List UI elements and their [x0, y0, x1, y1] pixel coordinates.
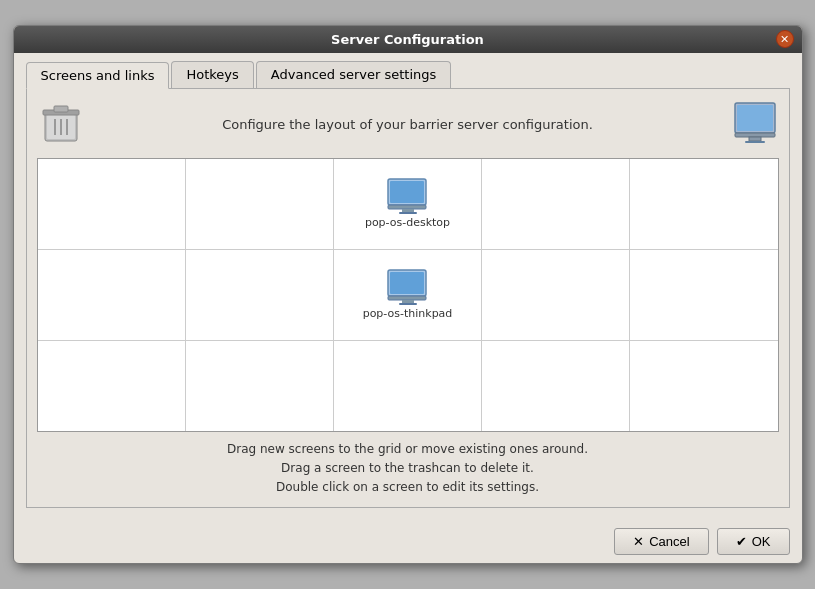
footer-line2: Drag a screen to the trashcan to delete …: [37, 459, 779, 478]
svg-rect-11: [745, 141, 765, 143]
grid-cell-0-2[interactable]: pop-os-desktop: [334, 159, 482, 249]
grid-cell-0-1[interactable]: [186, 159, 334, 249]
title-bar: Server Configuration ✕: [14, 26, 802, 53]
grid-cell-2-3[interactable]: [482, 341, 630, 431]
cancel-icon: ✕: [633, 534, 644, 549]
buttons-row: ✕ Cancel ✔ OK: [14, 520, 802, 563]
footer-line3: Double click on a screen to edit its set…: [37, 478, 779, 497]
tab-advanced[interactable]: Advanced server settings: [256, 61, 451, 88]
svg-rect-10: [749, 137, 761, 141]
ok-button[interactable]: ✔ OK: [717, 528, 790, 555]
grid-cell-2-1[interactable]: [186, 341, 334, 431]
svg-rect-18: [390, 272, 424, 294]
screen-grid: pop-os-desktop: [37, 158, 779, 432]
svg-rect-3: [54, 106, 68, 112]
svg-rect-21: [399, 303, 417, 305]
dialog-body: Screens and links Hotkeys Advanced serve…: [14, 53, 802, 521]
svg-rect-15: [402, 209, 414, 212]
svg-rect-8: [737, 105, 773, 131]
grid-cell-1-2[interactable]: pop-os-thinkpad: [334, 250, 482, 340]
svg-rect-9: [735, 133, 775, 137]
cancel-button[interactable]: ✕ Cancel: [614, 528, 708, 555]
tab-bar: Screens and links Hotkeys Advanced serve…: [26, 61, 790, 89]
grid-cell-1-4[interactable]: [630, 250, 777, 340]
cancel-label: Cancel: [649, 534, 689, 549]
tab-screens-links[interactable]: Screens and links: [26, 62, 170, 89]
dialog-title: Server Configuration: [331, 32, 484, 47]
header-area: Configure the layout of your barrier ser…: [37, 99, 779, 150]
screen-label-desktop: pop-os-desktop: [365, 216, 450, 229]
close-button[interactable]: ✕: [776, 30, 794, 48]
ok-label: OK: [752, 534, 771, 549]
tab-content-screens: Configure the layout of your barrier ser…: [26, 89, 790, 509]
grid-cell-2-2[interactable]: [334, 341, 482, 431]
svg-rect-13: [390, 181, 424, 203]
grid-cell-1-1[interactable]: [186, 250, 334, 340]
grid-cell-0-4[interactable]: [630, 159, 777, 249]
grid-cell-0-0[interactable]: [38, 159, 186, 249]
grid-cell-2-4[interactable]: [630, 341, 777, 431]
server-config-dialog: Server Configuration ✕ Screens and links…: [13, 25, 803, 565]
grid-row: pop-os-desktop: [38, 159, 778, 250]
footer-line1: Drag new screens to the grid or move exi…: [37, 440, 779, 459]
svg-rect-14: [388, 205, 426, 209]
footer-instructions: Drag new screens to the grid or move exi…: [37, 440, 779, 498]
ok-icon: ✔: [736, 534, 747, 549]
grid-cell-1-3[interactable]: [482, 250, 630, 340]
svg-rect-20: [402, 300, 414, 303]
grid-cell-0-3[interactable]: [482, 159, 630, 249]
grid-cell-2-0[interactable]: [38, 341, 186, 431]
screen-label-thinkpad: pop-os-thinkpad: [363, 307, 453, 320]
tab-hotkeys[interactable]: Hotkeys: [171, 61, 253, 88]
grid-row: pop-os-thinkpad: [38, 250, 778, 341]
header-description: Configure the layout of your barrier ser…: [85, 117, 731, 132]
trash-icon: [37, 99, 85, 150]
svg-rect-16: [399, 212, 417, 214]
grid-row: [38, 341, 778, 431]
grid-cell-1-0[interactable]: [38, 250, 186, 340]
monitor-icon-large: [731, 99, 779, 150]
svg-rect-19: [388, 296, 426, 300]
